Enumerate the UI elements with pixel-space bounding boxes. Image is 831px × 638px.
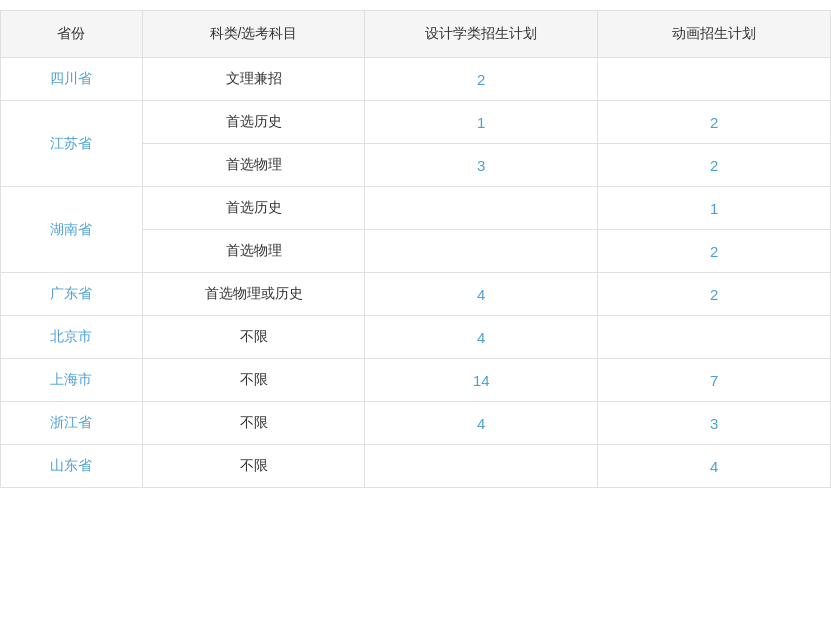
header-subject: 科类/选考科目 xyxy=(142,11,365,58)
cell-subject: 首选历史 xyxy=(142,187,365,230)
cell-design: 4 xyxy=(365,316,598,359)
header-design: 设计学类招生计划 xyxy=(365,11,598,58)
table-row: 江苏省首选历史12 xyxy=(1,101,831,144)
cell-province: 广东省 xyxy=(1,273,143,316)
cell-design: 4 xyxy=(365,402,598,445)
cell-design: 2 xyxy=(365,58,598,101)
cell-province: 山东省 xyxy=(1,445,143,488)
table-row: 上海市不限147 xyxy=(1,359,831,402)
cell-subject: 首选物理或历史 xyxy=(142,273,365,316)
cell-subject: 不限 xyxy=(142,402,365,445)
cell-animation: 4 xyxy=(598,445,831,488)
cell-province: 北京市 xyxy=(1,316,143,359)
cell-design xyxy=(365,187,598,230)
table-row: 湖南省首选历史1 xyxy=(1,187,831,230)
table-row: 广东省首选物理或历史42 xyxy=(1,273,831,316)
header-animation: 动画招生计划 xyxy=(598,11,831,58)
cell-design: 4 xyxy=(365,273,598,316)
cell-subject: 首选历史 xyxy=(142,101,365,144)
cell-subject: 首选物理 xyxy=(142,230,365,273)
cell-animation xyxy=(598,58,831,101)
cell-animation: 2 xyxy=(598,230,831,273)
table-row: 浙江省不限43 xyxy=(1,402,831,445)
cell-province: 上海市 xyxy=(1,359,143,402)
table-row: 北京市不限4 xyxy=(1,316,831,359)
cell-animation: 7 xyxy=(598,359,831,402)
table-row: 四川省文理兼招2 xyxy=(1,58,831,101)
cell-design xyxy=(365,230,598,273)
cell-animation xyxy=(598,316,831,359)
cell-design xyxy=(365,445,598,488)
cell-design: 1 xyxy=(365,101,598,144)
cell-design: 3 xyxy=(365,144,598,187)
cell-animation: 2 xyxy=(598,101,831,144)
cell-province: 湖南省 xyxy=(1,187,143,273)
cell-province: 浙江省 xyxy=(1,402,143,445)
cell-subject: 不限 xyxy=(142,359,365,402)
cell-subject: 首选物理 xyxy=(142,144,365,187)
cell-design: 14 xyxy=(365,359,598,402)
cell-animation: 3 xyxy=(598,402,831,445)
cell-animation: 2 xyxy=(598,144,831,187)
cell-subject: 不限 xyxy=(142,445,365,488)
cell-subject: 不限 xyxy=(142,316,365,359)
cell-subject: 文理兼招 xyxy=(142,58,365,101)
header-row: 省份 科类/选考科目 设计学类招生计划 动画招生计划 xyxy=(1,11,831,58)
header-province: 省份 xyxy=(1,11,143,58)
table-container: 省份 科类/选考科目 设计学类招生计划 动画招生计划 四川省文理兼招2江苏省首选… xyxy=(0,0,831,638)
table-row: 山东省不限4 xyxy=(1,445,831,488)
cell-province: 江苏省 xyxy=(1,101,143,187)
cell-province: 四川省 xyxy=(1,58,143,101)
cell-animation: 1 xyxy=(598,187,831,230)
enrollment-table: 省份 科类/选考科目 设计学类招生计划 动画招生计划 四川省文理兼招2江苏省首选… xyxy=(0,10,831,488)
cell-animation: 2 xyxy=(598,273,831,316)
